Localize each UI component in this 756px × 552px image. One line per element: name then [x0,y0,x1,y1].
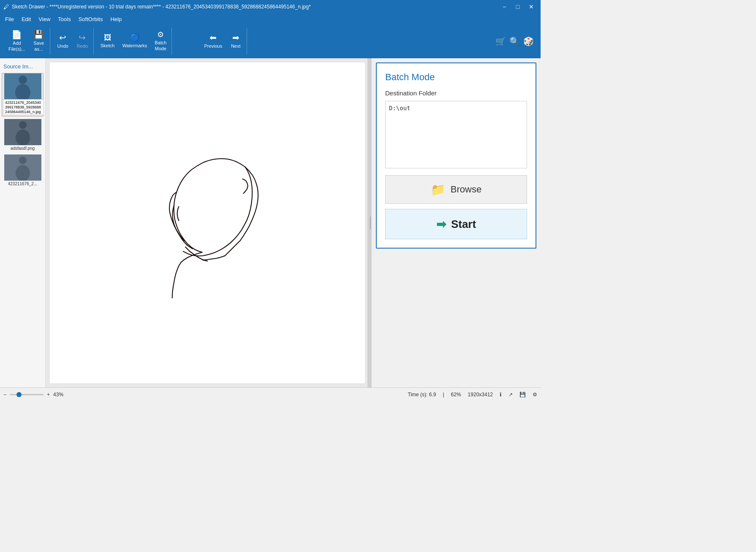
status-separator: | [443,392,444,398]
zoom-out-icon[interactable]: − [3,392,6,398]
destination-folder-input[interactable]: D:\out [385,101,527,168]
start-label: Start [451,218,476,231]
redo-icon: ↪ [79,33,86,42]
batch-mode-panel: Batch Mode Destination Folder D:\out 📁 B… [376,62,536,249]
next-label: Next [231,43,241,49]
watermarks-label: Watermarks [122,43,147,49]
status-bar: − + 43% Time (s): 6.9 | 62% 1920x3412 ℹ … [0,387,541,401]
svg-point-1 [19,76,27,84]
window-controls: − □ ✕ [498,2,537,11]
start-arrow-icon: ➡ [436,217,446,231]
zoom-in-icon[interactable]: + [47,392,50,398]
thumbnail-name: adsfasdf.png [2,145,44,152]
watermarks-icon: 🔵 [130,34,139,41]
next-icon: ➡ [232,33,239,42]
sketch-icon: 🖼 [104,34,111,41]
settings-icon[interactable]: ⚙ [533,392,537,398]
menu-softorbits[interactable]: SoftOrbits [75,15,106,24]
svg-point-8 [16,165,30,181]
watermarks-button[interactable]: 🔵 Watermarks [119,29,150,54]
source-sidebar: Source Im... 423211676_2045340399178838_… [0,58,46,387]
previous-label: Previous [204,43,222,49]
browse-label: Browse [451,184,481,195]
add-files-icon: 📄 [11,30,22,39]
undo-button[interactable]: ↩ Undo [54,29,72,54]
save-label: Saveas... [33,41,44,51]
save-status-icon[interactable]: 💾 [519,392,526,398]
list-item[interactable]: 423211676_2045340399178838_5928688245864… [2,73,44,116]
cube-icon[interactable]: 🎲 [523,36,534,46]
cart-icon[interactable]: 🛒 [495,36,506,46]
minimize-button[interactable]: − [498,2,510,11]
zoom-percent: 43% [53,392,63,398]
undo-icon: ↩ [59,33,66,42]
thumbnail-tooltip: 423211676_2045340399178838_5928688245864… [3,99,44,115]
batch-mode-label: BatchMode [155,40,166,51]
redo-button[interactable]: ↪ Redo [73,29,92,54]
previous-button[interactable]: ⬅ Previous [201,29,226,54]
right-panel: Batch Mode Destination Folder D:\out 📁 B… [372,58,541,387]
thumbnail-image [4,154,41,181]
start-button[interactable]: ➡ Start [385,209,527,239]
add-files-button[interactable]: 📄 AddFile(s)... [5,29,29,54]
thumbnail-image [4,119,41,145]
next-button[interactable]: ➡ Next [226,29,245,54]
maximize-button[interactable]: □ [512,2,524,11]
svg-point-4 [19,121,27,129]
menu-edit[interactable]: Edit [18,15,34,24]
zoom-slider[interactable] [10,394,44,395]
menu-file[interactable]: File [2,15,17,24]
title-bar: 🖊 Sketch Drawer - ****Unregistered versi… [0,0,541,14]
canvas-area [46,58,369,387]
time-display: Time (s): 6.9 [408,392,436,398]
redo-label: Redo [77,43,88,49]
panel-divider[interactable] [369,58,372,387]
share-icon[interactable]: ↗ [509,392,513,398]
dimensions-display: 1920x3412 [468,392,493,398]
close-button[interactable]: ✕ [525,2,537,11]
menu-view[interactable]: View [35,15,54,24]
list-item[interactable]: adsfasdf.png [2,119,44,152]
sketch-label: Sketch [101,43,115,49]
zoom-thumb [16,392,22,397]
menu-bar: File Edit View Tools SoftOrbits Help [0,14,541,24]
save-as-button[interactable]: 💾 Saveas... [30,29,48,54]
info-icon[interactable]: ℹ [500,392,502,398]
undo-label: Undo [57,43,68,49]
main-area: Source Im... 423211676_2045340399178838_… [0,58,541,387]
destination-folder-label: Destination Folder [385,89,527,97]
add-files-label: AddFile(s)... [8,41,25,51]
sketch-button[interactable]: 🖼 Sketch [97,29,118,54]
previous-icon: ⬅ [209,33,217,42]
folder-icon: 📁 [431,183,446,197]
svg-point-5 [16,130,30,145]
save-icon: 💾 [33,30,44,39]
search-icon[interactable]: 🔍 [509,36,520,46]
menu-help[interactable]: Help [107,15,125,24]
browse-button[interactable]: 📁 Browse [385,175,527,204]
list-item[interactable]: 423211676_2... [2,154,44,187]
menu-tools[interactable]: Tools [54,15,74,24]
thumbnail-name: 423211676_2... [2,181,44,187]
thumbnail-image [4,73,41,100]
toolbar: 📄 AddFile(s)... 💾 Saveas... ↩ Undo ↪ Red… [0,24,541,58]
batch-mode-title: Batch Mode [385,72,527,83]
sketch-canvas [50,62,365,383]
zoom-display: 62% [451,392,461,398]
canvas-inner [50,62,365,383]
batch-mode-icon: ⚙ [157,31,164,38]
batch-mode-button[interactable]: ⚙ BatchMode [151,29,170,54]
svg-point-7 [19,157,27,164]
window-title: Sketch Drawer - ****Unregistered version… [12,4,311,10]
app-icon: 🖊 [3,3,9,10]
sidebar-title: Source Im... [2,62,44,73]
